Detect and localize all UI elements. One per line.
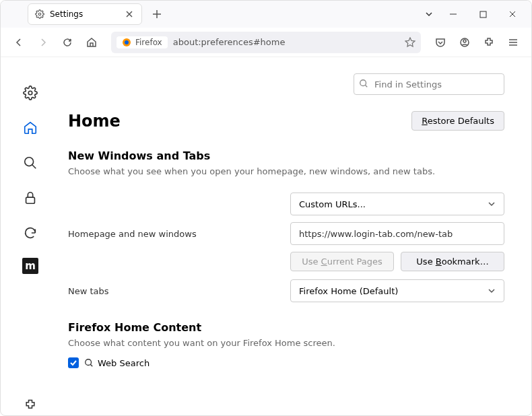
sidebar-general-icon[interactable] [20,83,40,103]
tabs-dropdown-button[interactable] [418,10,440,18]
newtabs-label: New tabs [68,286,290,296]
sidebar-more-icon[interactable]: m [22,258,38,274]
extensions-button[interactable] [479,32,499,53]
chevron-down-icon [488,200,496,208]
menu-button[interactable] [503,32,523,53]
identity-box[interactable]: Firefox [117,36,168,48]
new-tab-button[interactable] [147,5,166,24]
tab-strip: Settings [1,3,418,25]
svg-point-0 [38,13,41,15]
titlebar: Settings [1,1,531,28]
svg-point-6 [28,91,32,95]
forward-button[interactable] [33,32,53,53]
pocket-button[interactable] [430,32,451,53]
use-current-pages-button[interactable]: Use Current Pages [290,252,394,271]
search-icon [84,358,94,368]
maximize-button[interactable] [469,4,496,24]
window-controls [440,4,531,24]
content-area: m Home Restore Defaults New Windows and … [1,57,531,415]
section2-desc: Choose what content you want on your Fir… [68,338,504,348]
restore-defaults-button[interactable]: Restore Defaults [411,111,504,131]
find-in-settings-input[interactable] [354,73,504,95]
homepage-select[interactable]: Custom URLs... [290,193,504,215]
svg-rect-8 [26,197,35,203]
main-panel: Home Restore Defaults New Windows and Ta… [60,57,531,415]
sidebar-search-icon[interactable] [20,153,40,173]
minimize-button[interactable] [440,4,467,24]
homepage-label: Homepage and new windows [68,229,290,239]
toolbar: Firefox about:preferences#home [1,28,531,57]
reload-button[interactable] [57,32,77,53]
websearch-checkbox[interactable] [68,357,79,368]
section-heading-windows-tabs: New Windows and Tabs [68,149,504,162]
back-button[interactable] [9,32,29,53]
home-button-toolbar[interactable] [81,32,102,53]
gear-icon [35,9,44,19]
newtabs-select-value: Firefox Home (Default) [299,286,398,296]
search-icon [359,79,368,88]
use-bookmark-button[interactable]: Use Bookmark… [401,252,504,271]
close-icon[interactable] [124,9,135,20]
close-window-button[interactable] [499,4,526,24]
section-desc: Choose what you see when you open your h… [68,166,504,176]
section-heading-home-content: Firefox Home Content [68,321,504,334]
chevron-down-icon [488,287,496,295]
svg-point-7 [25,158,34,166]
websearch-label: Web Search [84,358,149,368]
tab-title: Settings [50,9,119,19]
sidebar-privacy-icon[interactable] [20,188,40,208]
newtabs-select[interactable]: Firefox Home (Default) [290,279,504,302]
homepage-select-value: Custom URLs... [299,199,366,209]
urlbar[interactable]: Firefox about:preferences#home [111,32,421,53]
sidebar-sync-icon[interactable] [20,223,40,243]
sidebar-home-icon[interactable] [20,118,40,138]
firefox-logo-icon [122,38,131,47]
account-button[interactable] [455,32,475,53]
identity-label: Firefox [135,38,162,47]
svg-point-3 [125,40,129,44]
homepage-url-input[interactable] [290,222,504,245]
tab-settings[interactable]: Settings [28,3,142,25]
svg-rect-1 [480,11,486,18]
page-title: Home [68,112,121,131]
url-text: about:preferences#home [173,37,399,47]
sidebar-extensions-icon[interactable] [20,395,40,415]
bookmark-star-icon[interactable] [405,37,415,48]
sidebar: m [1,57,60,415]
svg-point-5 [463,40,466,42]
